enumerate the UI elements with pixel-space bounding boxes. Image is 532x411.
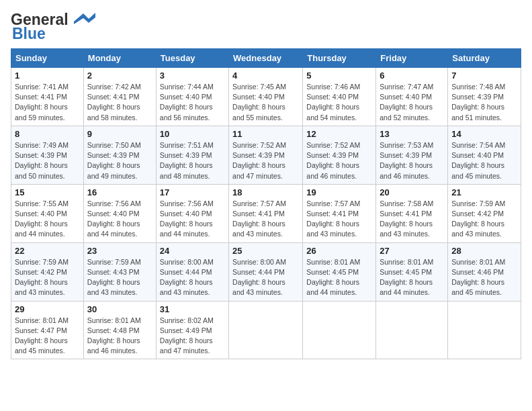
calendar-cell: 19Sunrise: 7:57 AMSunset: 4:41 PMDayligh… [303, 184, 376, 242]
svg-marker-0 [74, 13, 95, 24]
calendar-cell [376, 301, 448, 359]
cell-info: Sunrise: 8:00 AMSunset: 4:44 PMDaylight:… [160, 257, 225, 298]
cell-info: Sunrise: 8:01 AMSunset: 4:45 PMDaylight:… [306, 257, 372, 298]
day-number: 29 [15, 304, 80, 314]
day-number: 2 [87, 71, 152, 81]
day-number: 19 [306, 187, 372, 197]
header-sunday: Sunday [11, 49, 84, 68]
week-row-1: 1Sunrise: 7:41 AMSunset: 4:41 PMDaylight… [11, 68, 521, 126]
cell-info: Sunrise: 7:55 AMSunset: 4:40 PMDaylight:… [15, 199, 80, 240]
calendar-cell [303, 301, 376, 359]
logo-blue: Blue [12, 25, 46, 43]
calendar-cell: 22Sunrise: 7:59 AMSunset: 4:42 PMDayligh… [11, 242, 84, 301]
day-number: 16 [87, 187, 152, 197]
day-number: 30 [87, 304, 152, 314]
cell-info: Sunrise: 7:59 AMSunset: 4:42 PMDaylight:… [451, 199, 517, 240]
header-wednesday: Wednesday [229, 49, 303, 68]
cell-info: Sunrise: 7:56 AMSunset: 4:40 PMDaylight:… [160, 199, 225, 240]
cell-info: Sunrise: 7:41 AMSunset: 4:41 PMDaylight:… [15, 82, 80, 123]
day-number: 8 [15, 129, 80, 139]
calendar-cell: 12Sunrise: 7:52 AMSunset: 4:39 PMDayligh… [303, 126, 376, 184]
cell-info: Sunrise: 7:58 AMSunset: 4:41 PMDaylight:… [380, 199, 444, 240]
calendar-header-row: SundayMondayTuesdayWednesdayThursdayFrid… [11, 49, 521, 68]
day-number: 5 [306, 71, 372, 81]
cell-info: Sunrise: 7:48 AMSunset: 4:39 PMDaylight:… [451, 82, 517, 123]
calendar-cell: 27Sunrise: 8:01 AMSunset: 4:45 PMDayligh… [376, 242, 448, 301]
cell-info: Sunrise: 7:57 AMSunset: 4:41 PMDaylight:… [306, 199, 372, 240]
calendar-cell: 15Sunrise: 7:55 AMSunset: 4:40 PMDayligh… [11, 184, 84, 242]
calendar-table: SundayMondayTuesdayWednesdayThursdayFrid… [11, 48, 521, 359]
week-row-4: 22Sunrise: 7:59 AMSunset: 4:42 PMDayligh… [11, 242, 521, 301]
header-monday: Monday [83, 49, 156, 68]
logo-bird-icon [70, 12, 95, 24]
logo: General Blue [11, 11, 95, 43]
calendar-cell: 7Sunrise: 7:48 AMSunset: 4:39 PMDaylight… [448, 68, 521, 126]
calendar-cell [448, 301, 521, 359]
cell-info: Sunrise: 7:46 AMSunset: 4:40 PMDaylight:… [306, 82, 372, 123]
cell-info: Sunrise: 7:54 AMSunset: 4:40 PMDaylight:… [451, 140, 517, 181]
week-row-2: 8Sunrise: 7:49 AMSunset: 4:39 PMDaylight… [11, 126, 521, 184]
calendar-cell: 29Sunrise: 8:01 AMSunset: 4:47 PMDayligh… [11, 301, 84, 359]
day-number: 6 [380, 71, 444, 81]
calendar-cell: 10Sunrise: 7:51 AMSunset: 4:39 PMDayligh… [156, 126, 228, 184]
day-number: 20 [380, 187, 444, 197]
calendar-cell: 23Sunrise: 7:59 AMSunset: 4:43 PMDayligh… [83, 242, 156, 301]
calendar-cell: 5Sunrise: 7:46 AMSunset: 4:40 PMDaylight… [303, 68, 376, 126]
calendar-cell: 14Sunrise: 7:54 AMSunset: 4:40 PMDayligh… [448, 126, 521, 184]
cell-info: Sunrise: 7:50 AMSunset: 4:39 PMDaylight:… [87, 140, 152, 181]
week-row-5: 29Sunrise: 8:01 AMSunset: 4:47 PMDayligh… [11, 301, 521, 359]
cell-info: Sunrise: 7:59 AMSunset: 4:43 PMDaylight:… [87, 257, 152, 298]
day-number: 21 [451, 187, 517, 197]
cell-info: Sunrise: 7:52 AMSunset: 4:39 PMDaylight:… [232, 140, 299, 181]
calendar-cell: 18Sunrise: 7:57 AMSunset: 4:41 PMDayligh… [229, 184, 303, 242]
day-number: 31 [160, 304, 225, 314]
day-number: 4 [232, 71, 299, 81]
calendar-cell: 1Sunrise: 7:41 AMSunset: 4:41 PMDaylight… [11, 68, 84, 126]
cell-info: Sunrise: 8:00 AMSunset: 4:44 PMDaylight:… [232, 257, 299, 298]
day-number: 3 [160, 71, 225, 81]
day-number: 24 [160, 246, 225, 256]
cell-info: Sunrise: 8:01 AMSunset: 4:46 PMDaylight:… [451, 257, 517, 298]
week-row-3: 15Sunrise: 7:55 AMSunset: 4:40 PMDayligh… [11, 184, 521, 242]
cell-info: Sunrise: 8:01 AMSunset: 4:48 PMDaylight:… [87, 316, 152, 357]
calendar-cell: 30Sunrise: 8:01 AMSunset: 4:48 PMDayligh… [83, 301, 156, 359]
cell-info: Sunrise: 8:01 AMSunset: 4:45 PMDaylight:… [380, 257, 444, 298]
cell-info: Sunrise: 7:44 AMSunset: 4:40 PMDaylight:… [160, 82, 225, 123]
calendar-cell: 8Sunrise: 7:49 AMSunset: 4:39 PMDaylight… [11, 126, 84, 184]
day-number: 1 [15, 71, 80, 81]
calendar-cell: 6Sunrise: 7:47 AMSunset: 4:40 PMDaylight… [376, 68, 448, 126]
calendar-cell: 21Sunrise: 7:59 AMSunset: 4:42 PMDayligh… [448, 184, 521, 242]
calendar-cell: 3Sunrise: 7:44 AMSunset: 4:40 PMDaylight… [156, 68, 228, 126]
cell-info: Sunrise: 7:53 AMSunset: 4:39 PMDaylight:… [380, 140, 444, 181]
calendar-cell: 16Sunrise: 7:56 AMSunset: 4:40 PMDayligh… [83, 184, 156, 242]
day-number: 12 [306, 129, 372, 139]
header-thursday: Thursday [303, 49, 376, 68]
calendar-cell: 20Sunrise: 7:58 AMSunset: 4:41 PMDayligh… [376, 184, 448, 242]
calendar-cell: 17Sunrise: 7:56 AMSunset: 4:40 PMDayligh… [156, 184, 228, 242]
header-saturday: Saturday [448, 49, 521, 68]
calendar-cell: 4Sunrise: 7:45 AMSunset: 4:40 PMDaylight… [229, 68, 303, 126]
day-number: 23 [87, 246, 152, 256]
page-header: General Blue [11, 11, 521, 43]
calendar-cell: 2Sunrise: 7:42 AMSunset: 4:41 PMDaylight… [83, 68, 156, 126]
calendar-body: 1Sunrise: 7:41 AMSunset: 4:41 PMDaylight… [11, 68, 521, 359]
day-number: 9 [87, 129, 152, 139]
day-number: 10 [160, 129, 225, 139]
day-number: 17 [160, 187, 225, 197]
calendar-cell: 13Sunrise: 7:53 AMSunset: 4:39 PMDayligh… [376, 126, 448, 184]
calendar-cell: 9Sunrise: 7:50 AMSunset: 4:39 PMDaylight… [83, 126, 156, 184]
day-number: 22 [15, 246, 80, 256]
day-number: 7 [451, 71, 517, 81]
day-number: 28 [451, 246, 517, 256]
calendar-cell: 31Sunrise: 8:02 AMSunset: 4:49 PMDayligh… [156, 301, 228, 359]
cell-info: Sunrise: 7:42 AMSunset: 4:41 PMDaylight:… [87, 82, 152, 123]
cell-info: Sunrise: 7:57 AMSunset: 4:41 PMDaylight:… [232, 199, 299, 240]
header-tuesday: Tuesday [156, 49, 228, 68]
cell-info: Sunrise: 7:49 AMSunset: 4:39 PMDaylight:… [15, 140, 80, 181]
day-number: 11 [232, 129, 299, 139]
cell-info: Sunrise: 7:56 AMSunset: 4:40 PMDaylight:… [87, 199, 152, 240]
cell-info: Sunrise: 7:51 AMSunset: 4:39 PMDaylight:… [160, 140, 225, 181]
day-number: 14 [451, 129, 517, 139]
cell-info: Sunrise: 7:47 AMSunset: 4:40 PMDaylight:… [380, 82, 444, 123]
calendar-cell: 25Sunrise: 8:00 AMSunset: 4:44 PMDayligh… [229, 242, 303, 301]
